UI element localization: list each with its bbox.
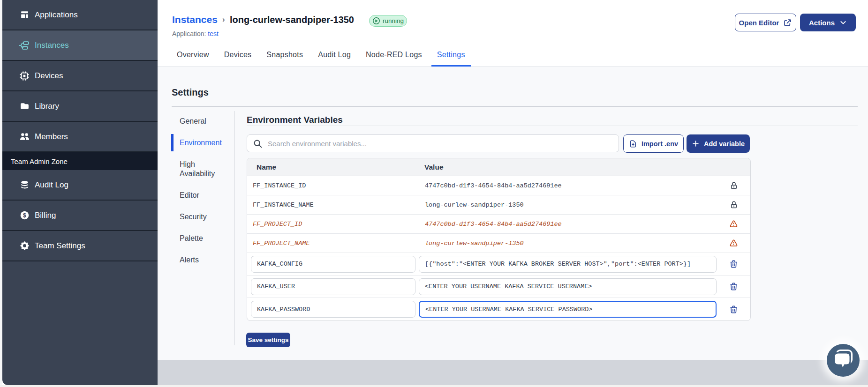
svg-text:$: $ — [23, 212, 26, 219]
